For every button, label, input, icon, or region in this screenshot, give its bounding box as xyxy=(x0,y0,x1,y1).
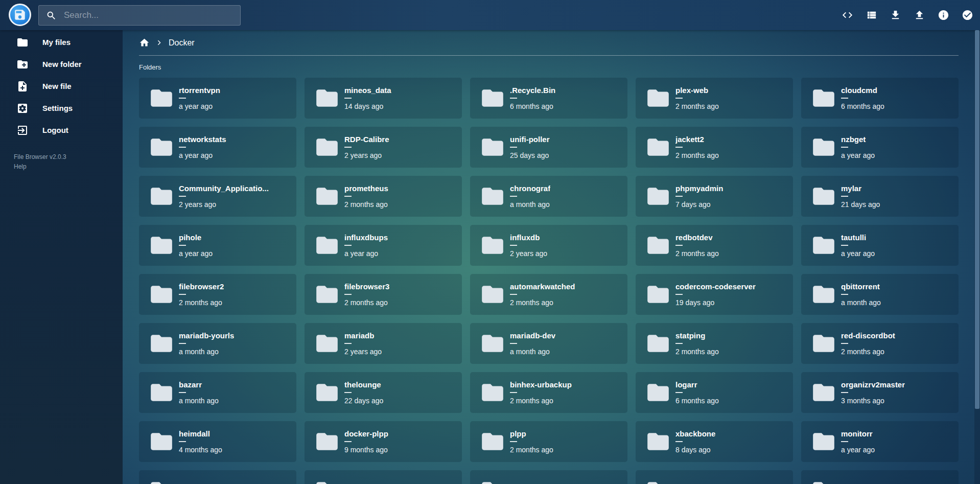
folder-modified-time: 2 years ago xyxy=(344,151,389,159)
scrollbar-thumb[interactable] xyxy=(975,30,979,409)
upload-button[interactable] xyxy=(914,9,926,21)
folder-name-dash xyxy=(675,196,683,197)
folder-card-text: redbotdev 2 months ago xyxy=(675,233,719,258)
folder-card[interactable]: phpmyadmin 7 days ago xyxy=(636,176,793,217)
folder-card[interactable]: code-server xyxy=(139,470,296,484)
info-button[interactable] xyxy=(938,9,950,21)
folder-card[interactable]: codercom-codeserver 19 days ago xyxy=(636,274,793,315)
sidebar-item-label: New file xyxy=(42,82,72,90)
folder-modified-time: 6 months ago xyxy=(841,102,884,110)
folder-card[interactable]: filebrowser2 2 months ago xyxy=(139,274,296,315)
folder-card[interactable]: minecraft xyxy=(470,470,627,484)
folder-name: prometheus xyxy=(344,184,388,193)
folder-name: Community_Applicatio... xyxy=(179,184,269,193)
folder-card[interactable]: mylar 21 days ago xyxy=(801,176,959,217)
folder-card[interactable]: red-discordbot 2 months ago xyxy=(801,323,959,364)
folder-card[interactable]: monitorr a year ago xyxy=(801,421,959,462)
folder-card[interactable]: influxdbups a year ago xyxy=(305,225,462,266)
sidebar-item-settings[interactable]: Settings xyxy=(0,97,123,119)
raw-code-button[interactable] xyxy=(842,9,854,21)
folder-card[interactable]: plex-web 2 months ago xyxy=(636,78,793,119)
folder-name: jackett2 xyxy=(675,135,719,144)
folder-name-dash xyxy=(675,245,683,246)
folder-modified-time: a month ago xyxy=(841,298,881,307)
select-button[interactable] xyxy=(962,9,974,21)
folder-card-text: phpmyadmin 7 days ago xyxy=(675,184,723,209)
folder-icon xyxy=(811,380,836,405)
folder-name-dash xyxy=(841,147,848,148)
folder-icon xyxy=(314,134,340,160)
folder-card[interactable]: qbittorrent a month ago xyxy=(801,274,959,315)
folder-card[interactable]: tautulli a year ago xyxy=(801,225,959,266)
sidebar-item-new-folder[interactable]: New folder xyxy=(0,53,123,75)
folder-name-dash xyxy=(675,294,683,295)
folder-card[interactable]: prometheus 2 months ago xyxy=(305,176,462,217)
folder-icon xyxy=(314,429,340,454)
folder-name: red-discordbot xyxy=(841,331,895,340)
home-icon[interactable] xyxy=(139,37,150,48)
folder-card[interactable]: automarkwatched 2 months ago xyxy=(470,274,627,315)
view-list-icon xyxy=(866,9,877,21)
sidebar-item-new-file[interactable]: New file xyxy=(0,75,123,97)
download-button[interactable] xyxy=(890,9,902,21)
folder-card[interactable]: logarr 6 months ago xyxy=(636,372,793,413)
folder-card[interactable]: mariadb-dev a month ago xyxy=(470,323,627,364)
folder-card[interactable]: codimd xyxy=(801,470,959,484)
folder-card[interactable]: mineos_data 14 days ago xyxy=(305,78,462,119)
folder-card[interactable]: binhex-urbackup 2 months ago xyxy=(470,372,627,413)
folder-modified-time: 2 months ago xyxy=(675,348,719,356)
folder-card[interactable]: thelounge 22 days ago xyxy=(305,372,462,413)
help-link[interactable]: Help xyxy=(14,162,27,172)
folder-modified-time: 2 months ago xyxy=(841,348,895,356)
folder-name-dash xyxy=(841,245,848,246)
folder-name-dash xyxy=(344,392,352,393)
folder-card-text: organizrv2master 3 months ago xyxy=(841,380,905,405)
folder-card[interactable]: statping 2 months ago xyxy=(636,323,793,364)
folder-card[interactable]: influxdb 2 years ago xyxy=(470,225,627,266)
folder-card[interactable]: docker-plpp 9 months ago xyxy=(305,421,462,462)
folder-card[interactable]: organizrv2master 3 months ago xyxy=(801,372,959,413)
sidebar-item-logout[interactable]: Logout xyxy=(0,119,123,141)
logout-icon xyxy=(16,124,29,136)
breadcrumb-current-folder: Docker xyxy=(169,38,195,48)
folder-name-dash xyxy=(841,343,848,344)
folder-card[interactable]: filebrowser3 2 months ago xyxy=(305,274,462,315)
folder-card[interactable]: organizr xyxy=(305,470,462,484)
folder-card[interactable]: plpp 2 months ago xyxy=(470,421,627,462)
folder-card[interactable]: Community_Applicatio... 2 years ago xyxy=(139,176,296,217)
search-box[interactable] xyxy=(38,5,241,26)
folder-card[interactable]: redbotdev 2 months ago xyxy=(636,225,793,266)
folder-card[interactable]: RDP-Calibre 2 years ago xyxy=(305,127,462,168)
folder-card[interactable]: heimdall 4 months ago xyxy=(139,421,296,462)
folder-card[interactable]: rtorrentvpn a year ago xyxy=(139,78,296,119)
list-view-button[interactable] xyxy=(866,9,878,21)
folder-card[interactable]: networkstats a year ago xyxy=(139,127,296,168)
scrollbar-track[interactable] xyxy=(974,30,980,484)
folder-name-dash xyxy=(841,392,848,393)
folder-name-dash xyxy=(344,196,352,197)
folder-card[interactable]: chronograf a month ago xyxy=(470,176,627,217)
folder-card[interactable]: nzbget a year ago xyxy=(801,127,959,168)
folder-card[interactable]: bazarr a month ago xyxy=(139,372,296,413)
search-input[interactable] xyxy=(64,10,233,20)
folder-card[interactable]: unifi-poller 25 days ago xyxy=(470,127,627,168)
folder-modified-time: 9 months ago xyxy=(344,446,388,454)
folder-name-dash xyxy=(841,98,848,99)
folder-card[interactable]: mineos xyxy=(636,470,793,484)
filebrowser-logo[interactable] xyxy=(9,4,31,26)
folder-card[interactable]: .Recycle.Bin 6 months ago xyxy=(470,78,627,119)
folder-icon xyxy=(314,331,340,356)
folder-name-dash xyxy=(344,98,352,99)
folder-icon xyxy=(480,331,505,356)
folder-name-dash xyxy=(179,98,186,99)
folder-name: organizrv2master xyxy=(841,380,905,389)
folder-card[interactable]: jackett2 2 months ago xyxy=(636,127,793,168)
folder-card[interactable]: mariadb 2 years ago xyxy=(305,323,462,364)
folder-card[interactable]: xbackbone 8 days ago xyxy=(636,421,793,462)
sidebar-item-label: My files xyxy=(42,38,71,47)
folder-icon xyxy=(811,183,836,209)
sidebar-item-my-files[interactable]: My files xyxy=(0,31,123,53)
folder-card[interactable]: mariadb-yourls a month ago xyxy=(139,323,296,364)
folder-card[interactable]: cloudcmd 6 months ago xyxy=(801,78,959,119)
folder-card[interactable]: pihole a year ago xyxy=(139,225,296,266)
